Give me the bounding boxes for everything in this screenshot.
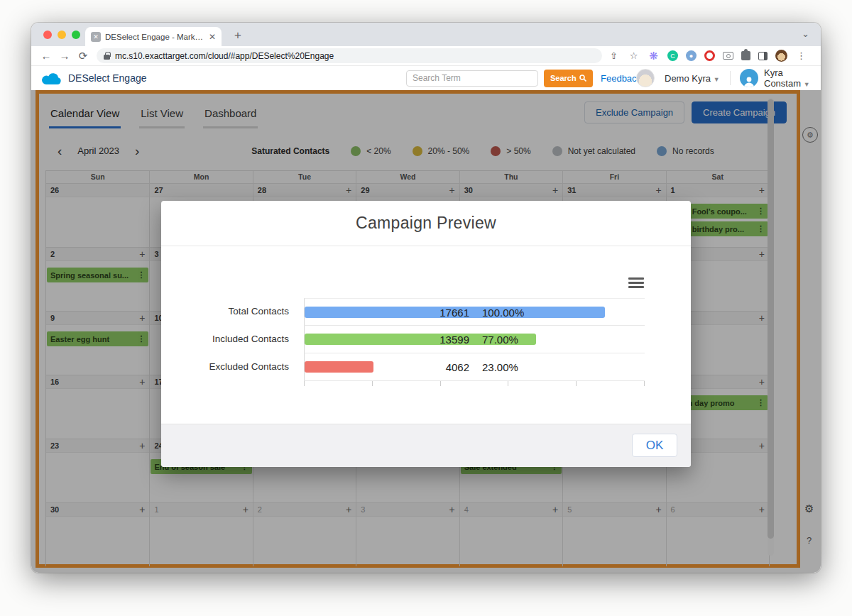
app-header: DESelect Engage Search Feedback Demo Kyr… [31,66,821,90]
chart-category-label: Included Contacts [161,326,304,353]
search-button-label: Search [550,74,577,82]
close-tab-icon[interactable]: ✕ [209,32,216,42]
reload-icon[interactable]: ⟳ [74,50,92,62]
browser-menu-icon[interactable]: ⋮ [795,50,807,62]
tab-title: DESelect Engage - Marketing C [105,33,204,41]
account-menu[interactable]: Demo Kyra ▼ [665,73,720,84]
person-icon [743,76,755,87]
forward-icon[interactable]: → [55,50,74,62]
address-bar[interactable]: mc.s10.exacttarget.com/cloud/#app/DESele… [97,48,602,63]
close-window-icon[interactable] [43,31,52,39]
chart-percent: 100.00% [482,307,524,319]
modal-title: Campaign Preview [356,214,496,233]
chart-x-axis [304,381,645,386]
chart-row: Excluded Contacts406223.00% [161,353,645,381]
brand-name: DESelect Engage [68,72,147,84]
header-divider [730,71,731,85]
extension-snowflake-icon[interactable]: ❋ [648,50,660,62]
user-avatar[interactable] [740,69,758,87]
tab-search-chevron-icon[interactable]: ⌄ [802,28,809,39]
browser-tab-strip: ✕ DESelect Engage - Marketing C ✕ + ⌄ [31,23,821,46]
user-menu[interactable]: Kyra Constam ▼ [764,67,821,89]
tab-favicon-icon: ✕ [91,32,101,42]
extension-lock-icon[interactable]: ● [686,50,697,61]
search-button[interactable]: Search [544,70,593,87]
chart-plot-area: 17661100.00% [304,298,645,326]
browser-toolbar: ← → ⟳ mc.s10.exacttarget.com/cloud/#app/… [31,46,821,66]
chart-row: Included Contacts1359977.00% [161,326,645,353]
chart-percent: 23.00% [482,361,518,373]
browser-window: ✕ DESelect Engage - Marketing C ✕ + ⌄ ← … [31,23,821,573]
chart-percent: 77.00% [482,334,518,346]
zoom-window-icon[interactable] [72,31,80,39]
chart-value: 17661 [411,307,469,319]
window-controls [43,31,80,39]
profile-avatar-icon[interactable] [775,50,787,62]
feedback-link[interactable]: Feedback [601,73,641,84]
lock-icon [104,52,110,60]
axis-tick [372,381,440,386]
deselect-cloud-logo-icon [41,72,62,85]
sidebar-toggle-icon[interactable] [758,52,768,60]
account-name: Demo Kyra [665,73,711,84]
bookmark-star-icon[interactable]: ☆ [628,50,640,62]
search-input[interactable] [406,70,538,87]
chart-plot-area: 1359977.00% [304,326,645,353]
extension-screenshot-icon[interactable] [723,52,733,60]
chart-category-label: Excluded Contacts [161,353,304,381]
ok-button[interactable]: OK [632,434,677,457]
axis-tick [508,381,576,386]
account-avatar[interactable] [636,69,655,87]
search-icon [579,75,586,82]
axis-tick [576,381,645,386]
chart-value: 4062 [411,361,469,373]
app-body: Calendar ViewList ViewDashboard Exclude … [31,90,821,573]
axis-tick [304,381,372,386]
contacts-bar-chart: Total Contacts17661100.00%Included Conta… [161,298,645,386]
chart-plot-area: 406223.00% [304,353,645,381]
new-tab-icon[interactable]: + [234,28,241,43]
user-name: Kyra Constam [764,67,801,89]
chart-row: Total Contacts17661100.00% [161,298,645,326]
url-text: mc.s10.exacttarget.com/cloud/#app/DESele… [115,51,334,61]
chevron-down-icon: ▼ [714,76,720,83]
chart-value: 13599 [411,334,469,346]
modal-footer: OK [161,424,691,467]
chart-category-label: Total Contacts [161,298,304,326]
extension-opera-icon[interactable] [704,50,715,61]
browser-tab[interactable]: ✕ DESelect Engage - Marketing C ✕ [85,27,222,46]
modal-body: Total Contacts17661100.00%Included Conta… [161,246,691,423]
axis-tick [440,381,508,386]
chart-bar [305,361,373,373]
minimize-window-icon[interactable] [58,31,66,39]
chevron-down-icon: ▼ [804,81,810,88]
extensions-puzzle-icon[interactable] [741,51,750,60]
extension-grammarly-icon[interactable]: C [667,50,678,61]
chart-menu-icon[interactable] [628,277,644,290]
share-icon[interactable]: ⇧ [608,50,620,62]
campaign-preview-modal: Campaign Preview Total Contacts17661100.… [161,201,691,467]
back-icon[interactable]: ← [37,50,55,62]
modal-header: Campaign Preview [161,201,691,246]
brand: DESelect Engage [41,72,147,85]
